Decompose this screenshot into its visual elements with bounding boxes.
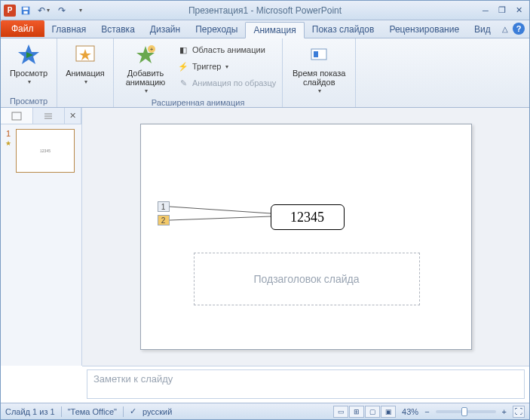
help-icon[interactable]: ?	[513, 23, 525, 35]
add-animation-button[interactable]: + Добавить анимацию▾	[118, 41, 173, 97]
thumb-tab-outline[interactable]	[33, 108, 66, 124]
animation-tag-1[interactable]: 1	[158, 201, 170, 212]
notes-input[interactable]: Заметки к слайду	[87, 369, 525, 399]
ribbon-tabs: Файл Главная Вставка Дизайн Переходы Ани…	[1, 20, 529, 38]
group-label-advanced: Расширенная анимация	[118, 97, 277, 107]
animation-tag-2[interactable]: 2	[158, 215, 170, 225]
subtitle-placeholder[interactable]: Подзаголовок слайда	[194, 253, 420, 305]
title-bar: P ↶▾ ↷ ▾ Презентация1 - Microsoft PowerP…	[1, 1, 529, 20]
tab-animations[interactable]: Анимация	[245, 22, 304, 38]
preview-button[interactable]: Просмотр▾	[5, 41, 52, 87]
slide-thumbnail-1[interactable]: 1★ 12345	[4, 129, 78, 173]
group-preview: Просмотр▾ Просмотр	[1, 38, 57, 107]
zoom-in[interactable]: +	[502, 407, 507, 416]
animation-indicator-icon: ★	[5, 139, 11, 147]
tab-insert[interactable]: Вставка	[93, 21, 142, 38]
zoom-slider[interactable]	[436, 410, 496, 413]
star-play-icon	[17, 43, 41, 67]
svg-line-17	[170, 216, 271, 220]
tab-home[interactable]: Главная	[44, 21, 94, 38]
window-minimize[interactable]: ─	[478, 5, 493, 17]
group-label-animation	[62, 95, 109, 106]
spellcheck-icon[interactable]: ✓	[130, 406, 136, 416]
tab-review[interactable]: Рецензирование	[381, 21, 467, 38]
animation-pane-button[interactable]: ◧Область анимации	[176, 41, 277, 58]
group-timing: Время показа слайдов▾	[283, 38, 356, 107]
title-textbox[interactable]: 12345	[271, 204, 345, 230]
status-theme: "Тема Office"	[68, 407, 117, 416]
tab-slideshow[interactable]: Показ слайдов	[305, 21, 382, 38]
thumb-pane-close[interactable]: ✕	[65, 108, 81, 124]
svg-line-16	[170, 207, 271, 213]
svg-rect-11	[314, 51, 318, 57]
status-language[interactable]: русский	[142, 407, 172, 416]
window-restore[interactable]: ❐	[495, 5, 510, 17]
group-label-preview: Просмотр	[5, 95, 52, 106]
svg-rect-1	[23, 7, 29, 10]
ribbon-minimize-icon[interactable]: △	[502, 25, 508, 33]
window-close[interactable]: ✕	[511, 5, 526, 17]
status-slide-info: Слайд 1 из 1	[5, 407, 55, 416]
animation-gallery-button[interactable]: Анимация▾	[62, 41, 109, 87]
thumb-tab-slides[interactable]	[1, 108, 33, 124]
slide-editor[interactable]: 1 2 12345 Подзаголовок слайда	[82, 108, 529, 366]
view-reading[interactable]: ▢	[365, 406, 380, 418]
trigger-button[interactable]: ⚡Триггер▾	[176, 58, 277, 75]
zoom-fit[interactable]: ⛶	[513, 406, 525, 418]
svg-rect-12	[12, 112, 21, 120]
thumbnail-preview: 12345	[16, 129, 75, 173]
animation-painter-button: ✎Анимация по образцу	[176, 75, 277, 91]
main-area: ✕ 1★ 12345 1 2 12345 Подзаголовок слайда	[1, 108, 529, 366]
zoom-thumb[interactable]	[461, 407, 467, 416]
add-animation-icon: +	[133, 43, 158, 67]
thumbnail-number: 1★	[4, 129, 13, 173]
group-advanced-animation: + Добавить анимацию▾ ◧Область анимации ⚡…	[114, 38, 283, 107]
tab-design[interactable]: Дизайн	[142, 21, 188, 38]
thumbnail-pane: ✕ 1★ 12345	[1, 108, 82, 366]
trigger-icon: ⚡	[177, 60, 189, 72]
tab-file[interactable]: Файл	[1, 20, 44, 37]
tab-transitions[interactable]: Переходы	[188, 21, 245, 38]
group-animation: Анимация▾	[57, 38, 114, 107]
svg-rect-2	[23, 11, 27, 14]
zoom-label: 43%	[402, 407, 418, 416]
notes-pane-wrapper: Заметки к слайду	[82, 366, 529, 402]
ribbon: Просмотр▾ Просмотр Анимация▾ + Добавить …	[1, 38, 529, 108]
qat-redo[interactable]: ↷	[54, 2, 70, 19]
outline-tab-icon	[43, 112, 54, 121]
painter-icon: ✎	[177, 77, 189, 89]
status-bar: Слайд 1 из 1 "Тема Office" ✓ русский ▭ ⊞…	[1, 403, 529, 419]
app-icon: P	[4, 5, 16, 17]
qat-customize[interactable]: ▾	[72, 2, 88, 19]
view-slideshow[interactable]: ▣	[381, 406, 396, 418]
tab-view[interactable]: Вид	[467, 21, 498, 38]
slides-tab-icon	[11, 112, 22, 121]
slide-canvas[interactable]: 1 2 12345 Подзаголовок слайда	[140, 124, 472, 350]
view-buttons: ▭ ⊞ ▢ ▣	[333, 406, 396, 418]
animation-icon	[73, 43, 97, 67]
group-label-timing	[287, 97, 351, 107]
view-normal[interactable]: ▭	[333, 406, 348, 418]
pane-icon: ◧	[177, 44, 189, 56]
timing-button[interactable]: Время показа слайдов▾	[287, 41, 351, 97]
timing-icon	[307, 43, 331, 67]
svg-text:+: +	[150, 46, 154, 53]
qat-undo[interactable]: ↶▾	[35, 2, 52, 19]
zoom-out[interactable]: −	[424, 407, 429, 416]
qat-save[interactable]	[17, 2, 34, 19]
view-sorter[interactable]: ⊞	[349, 406, 364, 418]
